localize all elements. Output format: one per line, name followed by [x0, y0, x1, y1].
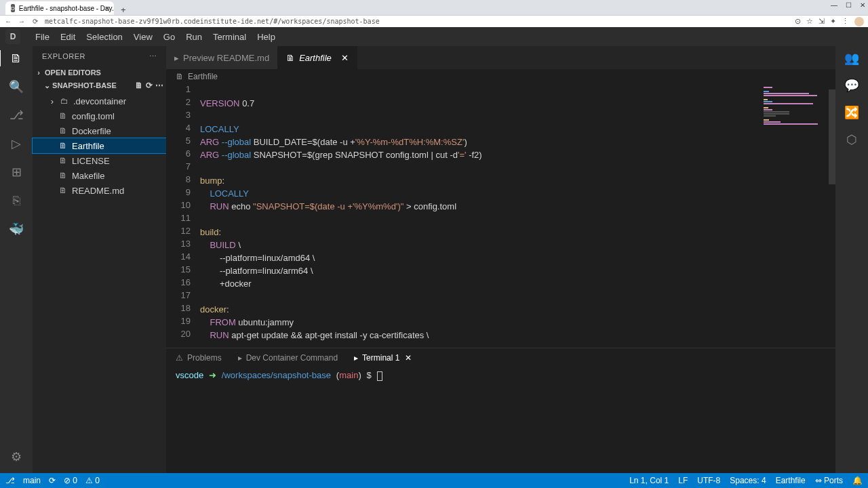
back-icon[interactable]: ← — [4, 18, 12, 25]
file-icon: 🗎 — [58, 171, 68, 180]
branch-name[interactable]: main — [23, 476, 41, 485]
editor-tabs: ▸Preview README.md🗎Earthfile✕ — [166, 46, 835, 69]
project-section[interactable]: ⌄ SNAPSHOT-BASE 🗎 ⟳ ⋯ — [33, 79, 166, 92]
tab-icon: ▸ — [354, 353, 358, 363]
status-item-2[interactable]: UTF-8 — [697, 476, 720, 485]
file-icon: 🗎 — [176, 72, 184, 81]
menu-file[interactable]: File — [30, 29, 55, 45]
explorer-icon[interactable]: 🗎 — [0, 50, 32, 66]
file-config-toml[interactable]: 🗎config.toml — [33, 108, 166, 123]
extensions-icon[interactable]: ⊞ — [8, 164, 24, 180]
chevron-right-icon: › — [35, 68, 42, 77]
menu-help[interactable]: Help — [252, 29, 281, 45]
menu-go[interactable]: Go — [158, 29, 180, 45]
file-icon: 🗎 — [286, 53, 295, 63]
source-control-icon[interactable]: ⎇ — [8, 107, 24, 123]
file-readme-md[interactable]: 🗎README.md — [33, 183, 166, 198]
close-icon[interactable]: ✕ — [104, 5, 110, 12]
activity-bar-right: 👥💬🔀⬡ — [835, 46, 868, 473]
title-bar: D FileEditSelectionViewGoRunTerminalHelp — [0, 27, 868, 46]
panel-tab-problems[interactable]: ⚠Problems — [176, 353, 222, 363]
file-icon: 🗎 — [58, 186, 68, 195]
search-icon[interactable]: 🔍 — [8, 79, 24, 95]
tab-title: Earthfile - snapshot-base - Day... — [19, 5, 114, 12]
docker-icon[interactable]: 🐳 — [8, 221, 24, 237]
more-icon[interactable]: ⋯ — [149, 52, 157, 61]
window-controls[interactable]: —☐✕ — [831, 1, 865, 9]
panel-tab-terminal-1[interactable]: ▸Terminal 1✕ — [354, 353, 412, 363]
right-activity-1[interactable]: 💬 — [844, 77, 860, 94]
remote-icon[interactable]: ⎘ — [8, 192, 24, 209]
reload-icon[interactable]: ⟳ — [31, 18, 39, 25]
menu-edit[interactable]: Edit — [55, 29, 81, 45]
forward-icon[interactable]: → — [18, 18, 26, 25]
sync-icon[interactable]: ⟳ — [49, 476, 56, 485]
new-file-icon[interactable]: 🗎 — [135, 81, 143, 90]
profile-avatar[interactable] — [854, 17, 864, 26]
file-icon: 🗎 — [58, 126, 68, 136]
file-icon: ▸ — [174, 53, 179, 63]
explorer-sidebar: EXPLORER ⋯ › OPEN EDITORS ⌄ SNAPSHOT-BAS… — [33, 46, 166, 473]
code-editor[interactable]: VERSION 0.7 LOCALLYARG --global BUILD_DA… — [200, 84, 761, 348]
extensions-icon[interactable]: ✦ — [830, 17, 836, 26]
menu-selection[interactable]: Selection — [81, 29, 127, 45]
browser-tabs: D Earthfile - snapshot-base - Day... ✕ + — [0, 0, 868, 15]
collapse-icon[interactable]: ⋯ — [155, 81, 163, 90]
status-item-3[interactable]: Spaces: 4 — [730, 476, 766, 485]
folder-devcontainer[interactable]: ›🗀.devcontainer — [33, 94, 166, 108]
refresh-icon[interactable]: ⟳ — [146, 81, 153, 90]
right-activity-0[interactable]: 👥 — [844, 50, 860, 66]
git-branch-icon[interactable]: ⎇ — [5, 476, 15, 485]
file-earthfile[interactable]: 🗎Earthfile — [33, 138, 166, 153]
share-icon[interactable]: ☆ — [806, 17, 813, 26]
gutter: 1234567891011121314151617181920 — [166, 84, 200, 348]
close-icon[interactable]: ✕ — [341, 53, 349, 63]
menu-view[interactable]: View — [128, 29, 158, 45]
menu-run[interactable]: Run — [180, 29, 208, 45]
panel-tab-dev-container-command[interactable]: ▸Dev Container Command — [238, 353, 338, 363]
app-logo[interactable]: D — [5, 29, 20, 44]
more-icon[interactable]: ⋮ — [842, 17, 849, 26]
close-icon[interactable]: ✕ — [405, 353, 412, 363]
right-activity-2[interactable]: 🔀 — [844, 104, 860, 121]
tab-icon: ▸ — [238, 353, 242, 363]
search-icon[interactable]: ⊙ — [795, 17, 801, 26]
run-debug-icon[interactable]: ▷ — [8, 136, 24, 152]
menu-terminal[interactable]: Terminal — [208, 29, 252, 45]
status-item-5[interactable]: ⇔ Ports — [815, 476, 843, 485]
explorer-title: EXPLORER — [42, 52, 85, 60]
tab-preview-readme.md[interactable]: ▸Preview README.md — [166, 46, 278, 69]
folder-icon: 🗀 — [60, 96, 69, 106]
address-bar[interactable]: metcalfc-snapshot-base-zv9f91w0rb.codein… — [45, 18, 789, 25]
file-icon: 🗎 — [58, 111, 68, 121]
bottom-panel: ⚠Problems▸Dev Container Command▸Terminal… — [166, 348, 835, 473]
scrollbar-thumb[interactable] — [829, 89, 835, 184]
open-editors-section[interactable]: › OPEN EDITORS — [33, 66, 166, 79]
browser-tab[interactable]: D Earthfile - snapshot-base - Day... ✕ — [5, 1, 114, 15]
errors-count[interactable]: ⊘ 0 — [64, 476, 77, 485]
status-item-6[interactable]: 🔔 — [852, 476, 863, 485]
favicon-icon: D — [11, 4, 15, 12]
activity-bar: 🗎 🔍 ⎇ ▷ ⊞ ⎘ 🐳 ⚙ — [0, 46, 33, 473]
file-dockerfile[interactable]: 🗎Dockerfile — [33, 123, 166, 138]
breadcrumb[interactable]: 🗎 Earthfile — [166, 69, 835, 84]
new-tab-button[interactable]: + — [118, 5, 129, 15]
tab-icon: ⚠ — [176, 353, 183, 363]
file-icon: 🗎 — [58, 141, 68, 150]
minimap[interactable] — [761, 84, 835, 348]
status-bar: ⎇ main ⟳ ⊘ 0 ⚠ 0 Ln 1, Col 1LFUTF-8Space… — [0, 473, 868, 488]
status-item-1[interactable]: LF — [678, 476, 688, 485]
file-license[interactable]: 🗎LICENSE — [33, 153, 166, 168]
file-makefile[interactable]: 🗎Makefile — [33, 168, 166, 183]
right-activity-3[interactable]: ⬡ — [844, 131, 860, 148]
file-icon: 🗎 — [58, 156, 68, 165]
status-item-0[interactable]: Ln 1, Col 1 — [629, 476, 669, 485]
status-item-4[interactable]: Earthfile — [776, 476, 806, 485]
chevron-right-icon: › — [49, 96, 56, 106]
terminal[interactable]: vscode ➜ /workspaces/snapshot-base (main… — [166, 367, 835, 473]
chevron-down-icon: ⌄ — [43, 81, 50, 90]
bookmark-icon[interactable]: ⇲ — [818, 17, 825, 26]
tab-earthfile[interactable]: 🗎Earthfile✕ — [278, 46, 357, 69]
warnings-count[interactable]: ⚠ 0 — [85, 476, 100, 485]
settings-gear-icon[interactable]: ⚙ — [8, 449, 24, 465]
